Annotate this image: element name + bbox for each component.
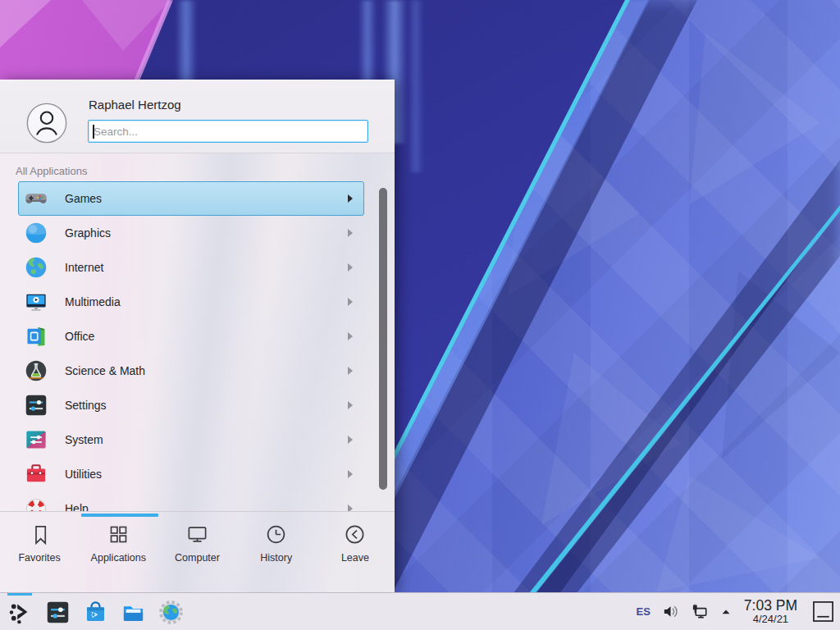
chevron-right-icon <box>348 401 353 409</box>
category-label: Help <box>65 502 89 511</box>
category-label: Internet <box>65 261 103 274</box>
tab-computer[interactable]: Computer <box>158 523 236 592</box>
category-label: Settings <box>65 399 107 412</box>
gamepad-icon <box>25 187 48 210</box>
category-label: System <box>65 433 103 446</box>
chevron-right-icon <box>348 436 353 444</box>
category-label: Utilities <box>65 468 102 481</box>
category-utilities[interactable]: Utilities <box>18 457 364 491</box>
tab-favorites[interactable]: Favorites <box>0 523 79 592</box>
show-desktop-button[interactable] <box>812 600 834 623</box>
leave-icon <box>344 523 366 546</box>
web-browser-button[interactable] <box>152 593 189 630</box>
kickoff-icon <box>7 600 33 625</box>
application-launcher-popup: Raphael Hertzog All Applications Games <box>0 80 395 592</box>
chevron-right-icon <box>348 194 353 203</box>
launcher-footer: Favorites Applications Computer Hist <box>0 511 395 592</box>
chevron-right-icon <box>348 367 353 375</box>
scrollbar-thumb[interactable] <box>379 188 387 490</box>
tab-label: Computer <box>175 552 220 564</box>
file-manager-button[interactable] <box>114 593 152 630</box>
tab-leave[interactable]: Leave <box>316 523 395 592</box>
grid-icon <box>107 523 130 546</box>
system-tray: ES 7:03 PM 4/24/21 <box>636 593 840 630</box>
footer-tabs: Favorites Applications Computer Hist <box>0 512 395 592</box>
keyboard-layout-indicator[interactable]: ES <box>636 605 650 618</box>
system-settings-icon <box>45 600 71 625</box>
toolbox-icon <box>25 463 48 486</box>
section-label: All Applications <box>16 165 87 177</box>
category-internet[interactable]: Internet <box>18 250 364 285</box>
volume-icon[interactable] <box>661 602 680 621</box>
expand-tray-icon[interactable] <box>720 606 732 618</box>
discover-bag-icon <box>83 600 108 625</box>
tab-label: Leave <box>341 552 369 564</box>
computer-icon <box>186 523 208 546</box>
bookmark-icon <box>29 523 51 546</box>
chevron-right-icon <box>348 504 353 511</box>
category-games[interactable]: Games <box>18 181 364 216</box>
chevron-right-icon <box>348 332 353 340</box>
category-graphics[interactable]: Graphics <box>18 216 364 250</box>
category-label: Games <box>65 192 102 205</box>
category-help[interactable]: Help <box>18 491 364 511</box>
category-label: Multimedia <box>65 295 121 308</box>
category-system[interactable]: System <box>18 422 364 457</box>
lifebuoy-icon <box>25 497 48 511</box>
chevron-right-icon <box>348 229 353 237</box>
category-list: Games Graphics <box>18 181 364 511</box>
category-multimedia[interactable]: Multimedia <box>18 285 364 319</box>
wallpaper-sheen <box>408 0 424 172</box>
category-office[interactable]: Office <box>18 319 364 354</box>
network-icon[interactable] <box>691 602 710 621</box>
document-icon <box>25 325 48 348</box>
category-label: Office <box>65 330 94 343</box>
application-launcher-button[interactable] <box>1 593 39 630</box>
chevron-right-icon <box>348 470 353 478</box>
clock-icon <box>265 523 287 546</box>
user-name: Raphael Hertzog <box>89 98 181 112</box>
user-avatar[interactable] <box>26 103 67 144</box>
globe-icon <box>25 256 48 279</box>
active-tab-indicator <box>81 514 158 517</box>
folder-icon <box>121 600 146 625</box>
digital-clock[interactable]: 7:03 PM 4/24/21 <box>742 598 799 625</box>
sliders-color-icon <box>25 428 48 451</box>
tab-history[interactable]: History <box>237 523 316 592</box>
category-label: Science & Math <box>65 364 145 377</box>
category-settings[interactable]: Settings <box>18 388 364 422</box>
tab-label: Favorites <box>18 552 60 564</box>
search-input[interactable] <box>88 120 368 143</box>
sliders-dark-icon <box>25 394 48 417</box>
sphere-icon <box>25 221 48 244</box>
clock-date: 4/24/21 <box>744 614 797 625</box>
tab-applications[interactable]: Applications <box>79 523 158 592</box>
flask-icon <box>25 359 48 382</box>
taskbar-panel: ES 7:03 PM 4/24/21 <box>0 592 840 630</box>
chevron-right-icon <box>348 298 353 306</box>
taskbar-launchers <box>1 593 189 630</box>
monitor-play-icon <box>25 290 48 313</box>
clock-time: 7:03 PM <box>744 598 797 614</box>
discover-button[interactable] <box>76 593 114 630</box>
tab-label: History <box>260 552 292 564</box>
tab-label: Applications <box>91 552 146 564</box>
launcher-header: Raphael Hertzog <box>0 80 395 153</box>
category-science-math[interactable]: Science & Math <box>18 354 364 388</box>
system-settings-button[interactable] <box>39 593 76 630</box>
chevron-right-icon <box>348 263 353 272</box>
text-caret <box>93 125 94 139</box>
category-label: Graphics <box>65 226 111 240</box>
browser-globe-gear-icon <box>158 600 184 625</box>
